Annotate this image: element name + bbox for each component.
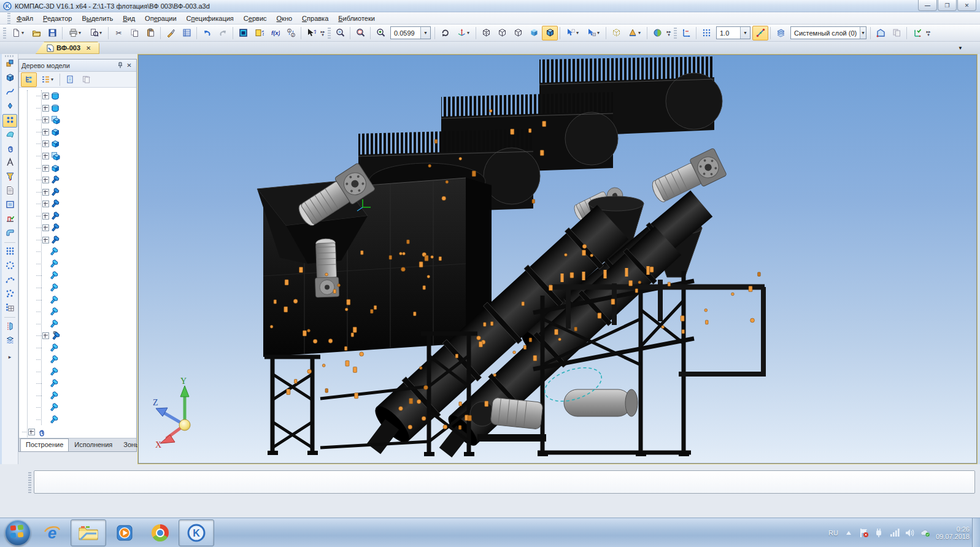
tree-item[interactable] (36, 126, 136, 139)
doc-info-button[interactable] (62, 72, 78, 87)
tree-item[interactable] (36, 150, 136, 163)
menu-4[interactable]: Вид (118, 13, 140, 23)
layers-button[interactable] (773, 26, 789, 40)
tree-item[interactable] (36, 366, 136, 378)
tree-item[interactable] (36, 186, 136, 198)
power-plug-icon[interactable] (874, 528, 884, 538)
renumber-button[interactable]: 12 (283, 26, 299, 40)
zoom-inout-button[interactable] (372, 26, 388, 40)
array-points-button[interactable] (2, 288, 17, 301)
print-preview-button[interactable] (85, 26, 106, 40)
paste-button[interactable] (142, 26, 158, 40)
clock[interactable]: 0:26 09.07.2018 (936, 526, 970, 540)
message-bar-grip[interactable] (28, 472, 31, 493)
array-curve-button[interactable] (2, 274, 17, 287)
start-button[interactable] (5, 520, 31, 546)
expand-plus-box[interactable] (42, 140, 49, 147)
sync-cloud-icon[interactable] (920, 528, 930, 538)
tree-item[interactable] (36, 258, 136, 270)
orientation-button[interactable] (453, 26, 474, 40)
hide-objects-button[interactable] (562, 26, 583, 40)
pin-icon[interactable] (115, 62, 125, 69)
format-brush-button[interactable] (163, 26, 179, 40)
taskbar-media-player[interactable] (107, 520, 142, 546)
expand-plus-box[interactable] (42, 201, 49, 207)
menu-1[interactable]: Файл (12, 13, 38, 23)
display-hidden-button[interactable] (494, 26, 510, 40)
tree-item[interactable] (36, 138, 136, 150)
action-center-flag-icon[interactable] (859, 528, 869, 538)
help-topics-button[interactable]: ? (251, 26, 267, 40)
surface-button[interactable] (2, 128, 17, 142)
message-bar[interactable] (34, 470, 975, 494)
display-shaded-button[interactable] (526, 26, 542, 40)
expand-plus-box[interactable] (42, 93, 49, 99)
step-grid-button[interactable] (698, 26, 714, 40)
language-indicator[interactable]: RU (828, 529, 838, 537)
filters-button[interactable] (2, 170, 17, 184)
view-toolbar-grip[interactable] (328, 28, 331, 39)
context-help-button[interactable]: ? (303, 26, 319, 40)
menu-5[interactable]: Операции (140, 13, 181, 23)
points-group-button[interactable] (2, 114, 17, 128)
tree-item[interactable] (36, 342, 136, 354)
tree-item[interactable] (36, 354, 136, 366)
body-solid-button[interactable] (2, 72, 17, 85)
expand-plus-box[interactable] (42, 153, 49, 159)
expand-plus-box[interactable] (42, 105, 49, 112)
toolbar-overflow-button[interactable]: ▸▸▾ (319, 26, 326, 40)
current-state-toolbar-grip[interactable] (674, 28, 677, 39)
report-button[interactable] (78, 72, 94, 87)
undo-button[interactable] (199, 26, 215, 40)
expand-plus-box[interactable] (28, 429, 35, 435)
tree-item[interactable] (36, 198, 136, 210)
report-sheet-button[interactable] (2, 185, 17, 198)
menu-9[interactable]: Справка (297, 13, 333, 23)
tree-item[interactable] (36, 246, 136, 258)
save-document-button[interactable] (44, 26, 60, 40)
array-table-button[interactable] (2, 302, 17, 315)
tree-item[interactable] (36, 378, 136, 390)
zoom-selected-button[interactable] (332, 26, 348, 40)
sheet-bend-button[interactable] (2, 227, 17, 240)
tree-item[interactable] (36, 306, 136, 318)
copy-properties-button[interactable] (889, 26, 905, 40)
tree-item[interactable] (36, 402, 136, 414)
expand-plus-box[interactable] (42, 165, 49, 172)
expand-plus-box[interactable] (42, 189, 49, 196)
expand-plus-box[interactable] (42, 332, 49, 339)
expand-plus-box[interactable] (42, 224, 49, 231)
dimensions-3d-button[interactable] (678, 26, 694, 40)
display-shaded-edges-button[interactable] (542, 26, 558, 40)
expand-plus-box[interactable] (42, 117, 49, 123)
tab-построение[interactable]: Построение (20, 438, 69, 451)
section-view-button[interactable] (608, 26, 624, 40)
tree-item[interactable] (36, 294, 136, 306)
show-desktop-button[interactable] (972, 518, 980, 547)
tree-item[interactable] (36, 174, 136, 186)
cut-button[interactable]: ✂ (110, 26, 126, 40)
mcs-button[interactable] (909, 26, 925, 40)
tab-close-icon[interactable]: ✕ (84, 45, 93, 52)
tab-scroll-icon[interactable]: ▼ (958, 45, 963, 51)
open-document-button[interactable] (28, 26, 44, 40)
rotate-button[interactable] (437, 26, 453, 40)
close-button[interactable]: ✕ (957, 0, 976, 11)
collections-button[interactable] (2, 142, 17, 156)
menu-grip[interactable] (7, 13, 10, 24)
tree-item[interactable] (36, 114, 136, 126)
quick-display-button[interactable] (649, 26, 665, 40)
tree-item[interactable] (36, 90, 136, 102)
tree-item[interactable] (36, 102, 136, 115)
specification-button[interactable] (179, 26, 195, 40)
tree-item[interactable] (36, 282, 136, 294)
panel-expand-arrow[interactable]: ▸ (2, 350, 17, 364)
display-hidden-thin-button[interactable] (510, 26, 526, 40)
expand-plus-box[interactable] (42, 237, 49, 243)
new-window-button[interactable] (235, 26, 251, 40)
expand-plus-box[interactable] (42, 177, 49, 183)
network-signal-icon[interactable] (890, 528, 900, 538)
document-tab[interactable]: ВФ-003 ✕ (36, 42, 99, 54)
tree-item[interactable] (36, 210, 136, 222)
print-button[interactable] (64, 26, 85, 40)
